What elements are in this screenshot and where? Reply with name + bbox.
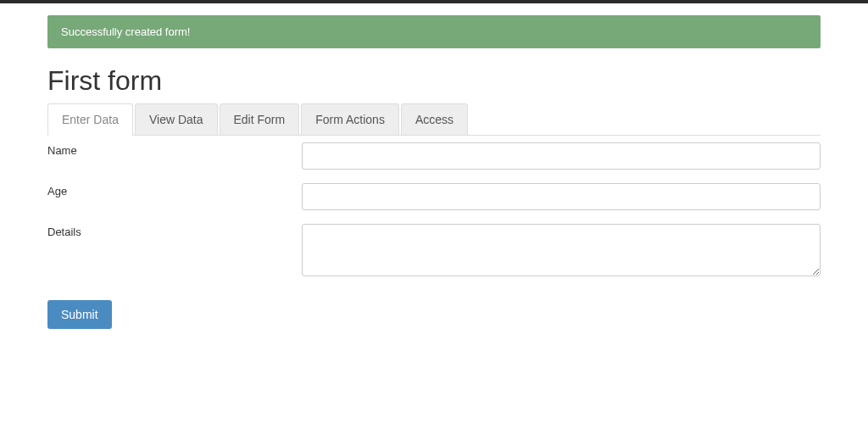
tab-enter-data[interactable]: Enter Data (47, 103, 133, 136)
tab-view-data[interactable]: View Data (135, 103, 218, 135)
name-label: Name (47, 142, 302, 157)
form-row-age: Age (47, 183, 821, 210)
top-bar (0, 0, 868, 3)
success-alert: Successfully created form! (47, 15, 821, 48)
form-section: Name Age Details Submit (47, 142, 821, 329)
details-label: Details (47, 224, 302, 238)
alert-message: Successfully created form! (61, 25, 190, 38)
page-title: First form (47, 65, 821, 97)
tab-edit-form[interactable]: Edit Form (220, 103, 300, 135)
submit-button[interactable]: Submit (47, 300, 112, 329)
tab-label: Edit Form (234, 113, 286, 126)
name-input[interactable] (302, 142, 821, 170)
tabs-nav: Enter Data View Data Edit Form Form Acti… (47, 103, 821, 136)
tab-label: Form Actions (315, 113, 385, 126)
details-textarea[interactable] (302, 224, 821, 276)
form-row-name: Name (47, 142, 821, 170)
tab-form-actions[interactable]: Form Actions (301, 103, 399, 135)
tab-label: Enter Data (62, 113, 119, 126)
name-input-wrap (302, 142, 821, 170)
age-label: Age (47, 183, 302, 198)
age-input[interactable] (302, 183, 821, 210)
tab-access[interactable]: Access (401, 103, 468, 135)
tab-label: View Data (149, 113, 203, 126)
details-input-wrap (302, 224, 821, 280)
age-input-wrap (302, 183, 821, 210)
form-row-details: Details (47, 224, 821, 280)
main-container: Successfully created form! First form En… (47, 15, 821, 329)
tab-label: Access (415, 113, 453, 126)
